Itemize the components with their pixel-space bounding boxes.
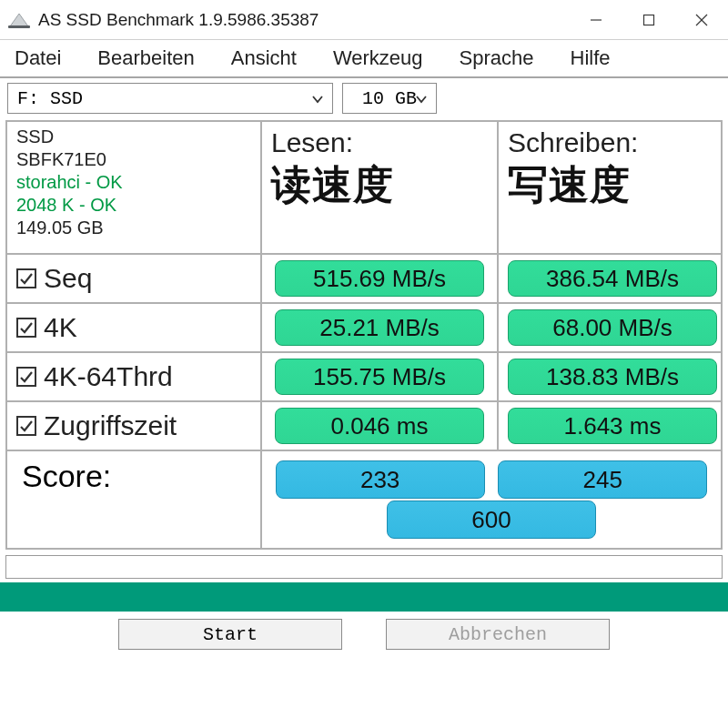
drive-alignment: 2048 K - OK bbox=[16, 194, 251, 216]
menu-datei[interactable]: Datei bbox=[4, 40, 86, 76]
4k64-write-value: 138.83 MB/s bbox=[508, 359, 717, 395]
write-cn-label: 写速度 bbox=[508, 164, 631, 206]
results-table: SSD SBFK71E0 storahci - OK 2048 K - OK 1… bbox=[5, 120, 723, 550]
menu-hilfe[interactable]: Hilfe bbox=[560, 40, 636, 76]
svg-rect-2 bbox=[644, 15, 654, 25]
drive-info-cell: SSD SBFK71E0 storahci - OK 2048 K - OK 1… bbox=[7, 122, 262, 253]
test-label-4k: 4K bbox=[16, 312, 251, 343]
size-select-value: 10 GB bbox=[362, 88, 417, 109]
write-column-header: Schreiben: 写速度 bbox=[499, 122, 721, 253]
score-total: 600 bbox=[387, 500, 596, 539]
4k-read-value: 25.21 MB/s bbox=[275, 309, 484, 346]
drive-name: SSD bbox=[16, 126, 251, 147]
checkbox-4k[interactable] bbox=[16, 318, 36, 338]
write-header-label: Schreiben: bbox=[508, 127, 638, 158]
score-label: Score: bbox=[16, 453, 251, 494]
test-label-4k64: 4K-64Thrd bbox=[16, 361, 251, 392]
window-controls bbox=[570, 0, 728, 40]
start-button[interactable]: Start bbox=[118, 619, 342, 650]
checkbox-seq[interactable] bbox=[16, 268, 36, 288]
read-cn-label: 读速度 bbox=[271, 164, 394, 206]
minimize-button[interactable] bbox=[570, 0, 622, 40]
menu-bearbeiten[interactable]: Bearbeiten bbox=[86, 40, 219, 76]
menu-sprache[interactable]: Sprache bbox=[449, 40, 560, 76]
svg-rect-0 bbox=[8, 25, 30, 28]
read-header-label: Lesen: bbox=[271, 127, 353, 158]
read-column-header: Lesen: 读速度 bbox=[262, 122, 499, 253]
cancel-button: Abbrechen bbox=[386, 619, 610, 650]
seq-read-value: 515.69 MB/s bbox=[275, 260, 484, 297]
checkbox-access[interactable] bbox=[16, 416, 36, 436]
chevron-down-icon bbox=[414, 91, 429, 106]
titlebar: AS SSD Benchmark 1.9.5986.35387 bbox=[0, 0, 728, 40]
chevron-down-icon bbox=[310, 91, 325, 106]
4k64-read-value: 155.75 MB/s bbox=[275, 359, 484, 395]
close-button[interactable] bbox=[675, 0, 728, 40]
drive-capacity: 149.05 GB bbox=[16, 217, 251, 238]
access-read-value: 0.046 ms bbox=[275, 408, 484, 444]
menu-ansicht[interactable]: Ansicht bbox=[220, 40, 322, 76]
drive-firmware: SBFK71E0 bbox=[16, 148, 251, 170]
progress-bar bbox=[5, 555, 723, 579]
window-title: AS SSD Benchmark 1.9.5986.35387 bbox=[38, 10, 318, 30]
menubar: Datei Bearbeiten Ansicht Werkzeug Sprach… bbox=[0, 40, 728, 78]
test-row-seq: Seq 515.69 MB/s 386.54 MB/s bbox=[7, 253, 721, 302]
selector-row: F: SSD 10 GB bbox=[0, 78, 728, 118]
access-write-value: 1.643 ms bbox=[508, 408, 717, 444]
score-row: Score: 233 245 600 bbox=[7, 450, 721, 548]
maximize-button[interactable] bbox=[622, 0, 675, 40]
button-row: Start Abbrechen bbox=[0, 612, 728, 650]
drive-select[interactable]: F: SSD bbox=[7, 83, 333, 114]
test-label-seq: Seq bbox=[16, 263, 251, 294]
4k-write-value: 68.00 MB/s bbox=[508, 309, 717, 346]
size-select[interactable]: 10 GB bbox=[342, 83, 437, 114]
test-row-access: Zugriffszeit 0.046 ms 1.643 ms bbox=[7, 400, 721, 450]
accent-bar bbox=[0, 582, 728, 612]
menu-werkzeug[interactable]: Werkzeug bbox=[322, 40, 449, 76]
score-area: 233 245 600 bbox=[262, 451, 721, 548]
drive-driver: storahci - OK bbox=[16, 171, 251, 193]
score-write: 245 bbox=[498, 460, 707, 499]
checkbox-4k64[interactable] bbox=[16, 367, 36, 387]
seq-write-value: 386.54 MB/s bbox=[508, 260, 717, 297]
drive-select-value: F: SSD bbox=[17, 88, 83, 109]
test-row-4k: 4K 25.21 MB/s 68.00 MB/s bbox=[7, 302, 721, 351]
app-icon bbox=[7, 11, 31, 29]
test-row-4k64: 4K-64Thrd 155.75 MB/s 138.83 MB/s bbox=[7, 351, 721, 400]
test-label-access: Zugriffszeit bbox=[16, 410, 251, 441]
score-read: 233 bbox=[276, 460, 485, 499]
